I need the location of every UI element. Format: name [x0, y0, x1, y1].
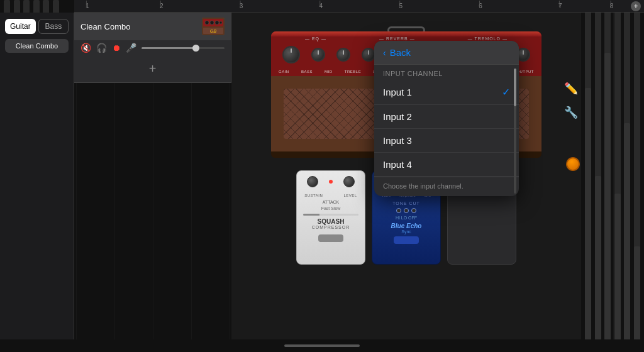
- svg-text:GB: GB: [210, 29, 217, 33]
- eq-bar: [624, 0, 630, 352]
- ruler-mark-4: 4: [319, 0, 323, 12]
- input-1-option[interactable]: Input 1 ✓: [374, 80, 519, 105]
- input-3-label: Input 3: [383, 135, 412, 146]
- squash-name: SQUASH: [297, 218, 365, 225]
- eq-bar: [614, 0, 621, 352]
- echo-footswitch[interactable]: [394, 236, 419, 244]
- preset-button[interactable]: Clean Combo: [5, 39, 69, 53]
- input-3-option[interactable]: Input 3: [374, 129, 519, 153]
- reverb-label: — REVERB —: [379, 36, 415, 41]
- left-sidebar: Guitar Bass Clean Combo: [0, 13, 74, 352]
- volume-knob: [192, 45, 199, 52]
- squash-pedal: SUSTAIN LEVEL ATTACK Fast Slow SQUASH CO…: [296, 170, 365, 265]
- echo-switch-hi[interactable]: [396, 208, 401, 213]
- headphone-icon[interactable]: 🎧: [96, 43, 107, 53]
- eq-label: — EQ —: [305, 36, 326, 41]
- amp-knob-gain[interactable]: [282, 46, 300, 63]
- add-track-button[interactable]: +: [631, 1, 641, 11]
- ruler-mark-8: 8: [610, 0, 614, 12]
- track-thumbnail: GB: [202, 18, 225, 35]
- record-icon[interactable]: ⏺: [112, 43, 121, 53]
- right-icons-panel: ✏️ 🔧: [564, 82, 578, 119]
- mid-label: MID: [325, 70, 333, 74]
- ruler-mark-5: 5: [399, 0, 402, 12]
- scrollbar-thumb[interactable]: [514, 69, 516, 106]
- orange-control-knob[interactable]: [566, 157, 580, 171]
- amp-knob-mid[interactable]: [336, 48, 350, 62]
- echo-tonecut-label: TONE CUT: [372, 201, 440, 206]
- input-channel-dropdown: ‹ Back INPUT CHANNEL Input 1 ✓ Input 2 I…: [374, 41, 519, 196]
- echo-name: Blue Echo: [372, 223, 440, 229]
- squash-range-label: Fast Slow: [297, 206, 365, 211]
- squash-led: [329, 180, 333, 184]
- amp-knob-treble[interactable]: [362, 48, 375, 62]
- eq-bar: [634, 0, 640, 352]
- track-controls: 🔇 🎧 ⏺ 🎤: [74, 40, 231, 55]
- track-header: Clean Combo GB: [74, 13, 231, 40]
- volume-slider[interactable]: [142, 47, 225, 49]
- ruler-mark-6: 6: [479, 0, 482, 12]
- back-button[interactable]: ‹ Back: [374, 41, 519, 65]
- eq-visualizer-right: [581, 0, 644, 352]
- input-channel-hint: Choose the input channel.: [374, 177, 519, 196]
- bass-tab[interactable]: Bass: [38, 19, 69, 34]
- gain-label: GAIN: [279, 70, 289, 74]
- mute-icon[interactable]: 🔇: [80, 43, 91, 53]
- ruler-mark-7: 7: [558, 0, 562, 12]
- svg-point-2: [205, 21, 209, 25]
- svg-point-4: [215, 21, 219, 25]
- add-track-button[interactable]: +: [74, 55, 231, 82]
- bass-label: BASS: [301, 70, 313, 74]
- squash-subtitle: COMPRESSOR: [297, 225, 365, 229]
- back-label: Back: [390, 47, 411, 58]
- tremolo-label: — TREMOLO —: [468, 36, 508, 41]
- echo-sync-label: Sync: [372, 229, 440, 234]
- bottom-bar: [0, 339, 644, 352]
- echo-switch-lo[interactable]: [404, 208, 409, 213]
- instrument-tab-group: Guitar Bass: [5, 19, 69, 34]
- amp-section-labels: — EQ — — REVERB — — TREMOLO —: [271, 36, 541, 41]
- ruler-mark-1: 1: [86, 0, 89, 12]
- squash-footswitch[interactable]: [318, 234, 343, 242]
- input-2-option[interactable]: Input 2: [374, 105, 519, 129]
- input-4-option[interactable]: Input 4: [374, 153, 519, 177]
- home-indicator: [284, 344, 360, 347]
- track-name: Clean Combo: [80, 22, 197, 31]
- squash-attack-label: ATTACK: [297, 199, 365, 206]
- wrench-icon[interactable]: 🔧: [564, 106, 578, 119]
- ruler-mark-3: 3: [240, 0, 243, 12]
- eq-bar: [595, 0, 601, 352]
- input-1-label: Input 1: [383, 87, 412, 97]
- input-4-label: Input 4: [383, 159, 412, 170]
- scrollbar-track: [514, 69, 516, 194]
- eq-bar: [604, 0, 611, 352]
- input-channel-section-label: INPUT CHANNEL: [374, 65, 519, 80]
- svg-point-3: [210, 21, 214, 25]
- echo-switch-off[interactable]: [411, 208, 416, 213]
- echo-switch-labels: HI LO OFF: [372, 216, 440, 220]
- squash-level-knob[interactable]: [343, 176, 355, 187]
- timeline-ruler: 1 2 3 4 5 6 7 8 +: [74, 0, 644, 13]
- amp-top-strip: [271, 31, 541, 36]
- squash-level-label: LEVEL: [344, 194, 357, 197]
- output-label: OUTPUT: [516, 70, 534, 74]
- pencil-icon[interactable]: ✏️: [564, 82, 578, 96]
- treble-label: TREBLE: [345, 70, 361, 74]
- ruler-marks: 1 2 3 4 5 6 7 8: [74, 0, 644, 12]
- input-icon[interactable]: 🎤: [126, 43, 136, 53]
- amp-knob-bass[interactable]: [311, 48, 325, 62]
- echo-name-area: Blue Echo: [372, 223, 440, 229]
- echo-switch-row: [372, 208, 440, 213]
- ruler-mark-2: 2: [160, 0, 164, 12]
- track-panel: Clean Combo GB 🔇 🎧 ⏺ 🎤 +: [74, 13, 231, 83]
- back-chevron-icon: ‹: [383, 48, 386, 58]
- squash-led-row: SUSTAIN LEVEL: [297, 192, 365, 199]
- input-2-label: Input 2: [383, 111, 412, 122]
- guitar-tab[interactable]: Guitar: [5, 19, 36, 34]
- svg-point-5: [219, 21, 222, 24]
- squash-sustain-knob[interactable]: [307, 176, 318, 187]
- squash-sustain-label: SUSTAIN: [304, 194, 323, 197]
- input-1-checkmark: ✓: [502, 86, 510, 98]
- eq-bar: [585, 0, 591, 352]
- squash-attack-slider[interactable]: [297, 211, 365, 218]
